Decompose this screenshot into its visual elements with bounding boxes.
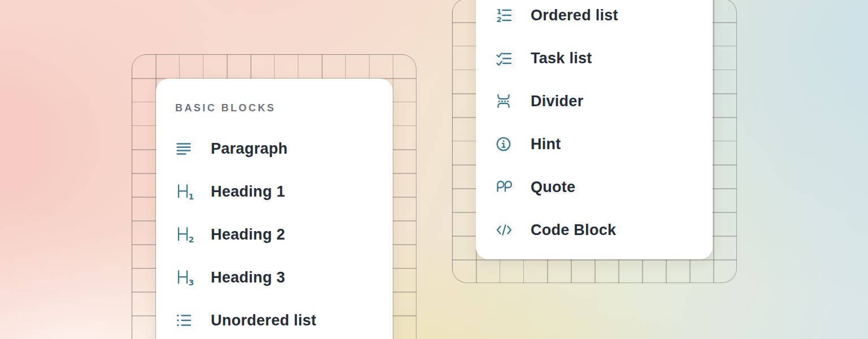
divider-icon	[496, 93, 515, 110]
advanced-blocks-menu: 12 Ordered list Task list Divider Hint Q…	[476, 0, 713, 259]
heading-1-icon: 1	[176, 183, 195, 200]
menu-item-code-block[interactable]: Code Block	[476, 208, 713, 251]
svg-text:1: 1	[189, 192, 194, 200]
hint-icon	[496, 136, 515, 153]
svg-text:1: 1	[497, 7, 502, 16]
advanced-blocks-items: 12 Ordered list Task list Divider Hint Q…	[476, 0, 713, 251]
menu-item-divider[interactable]: Divider	[476, 80, 713, 123]
menu-item-hint[interactable]: Hint	[476, 123, 713, 166]
unordered-list-icon	[176, 312, 195, 329]
ordered-list-icon: 12	[496, 7, 515, 24]
menu-item-unordered-list[interactable]: Unordered list	[156, 299, 393, 339]
task-list-icon	[496, 50, 515, 67]
basic-blocks-menu: BASIC BLOCKS Paragraph 1 Heading 1 2 Hea…	[156, 79, 393, 339]
svg-text:2: 2	[189, 235, 194, 243]
menu-item-heading-1[interactable]: 1 Heading 1	[156, 170, 393, 213]
menu-section-title: BASIC BLOCKS	[175, 102, 393, 114]
quote-icon	[496, 179, 515, 195]
block-menu-illustration: BASIC BLOCKS Paragraph 1 Heading 1 2 Hea…	[0, 0, 868, 339]
paragraph-icon	[176, 140, 195, 157]
heading-3-icon: 3	[176, 269, 195, 286]
menu-item-heading-3[interactable]: 3 Heading 3	[156, 256, 393, 299]
menu-item-ordered-list[interactable]: 12 Ordered list	[476, 0, 713, 37]
svg-text:2: 2	[497, 15, 502, 24]
menu-item-quote[interactable]: Quote	[476, 166, 713, 208]
heading-2-icon: 2	[176, 226, 195, 243]
basic-blocks-items: Paragraph 1 Heading 1 2 Heading 2 3 Head…	[156, 127, 393, 339]
svg-text:3: 3	[189, 278, 194, 286]
code-block-icon	[496, 221, 515, 238]
menu-item-task-list[interactable]: Task list	[476, 37, 713, 80]
menu-item-paragraph[interactable]: Paragraph	[156, 127, 393, 170]
menu-item-heading-2[interactable]: 2 Heading 2	[156, 213, 393, 256]
